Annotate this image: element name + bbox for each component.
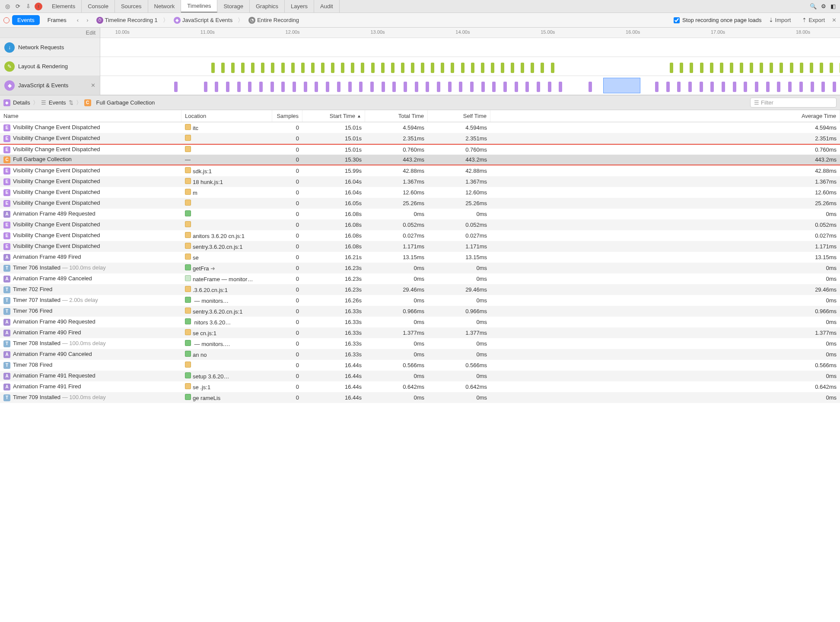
table-row[interactable]: TTimer 706 Firedsentry.3.6.20.cn.js:1016… bbox=[0, 306, 840, 317]
clock-icon: ◔ bbox=[248, 17, 255, 24]
track-js[interactable]: ◆ JavaScript & Events ✕ bbox=[0, 76, 100, 95]
tab-audit[interactable]: Audit bbox=[314, 0, 340, 13]
table-row[interactable]: EVisibility Change Event Dispatchedsdk.j… bbox=[0, 165, 840, 176]
track-close-icon[interactable]: ✕ bbox=[91, 82, 95, 89]
download-icon[interactable]: ⇩ bbox=[24, 3, 32, 10]
nav-fwd[interactable]: › bbox=[84, 17, 91, 23]
error-badge[interactable]: ! bbox=[35, 3, 42, 10]
table-row[interactable]: EVisibility Change Event Dispatchedm016.… bbox=[0, 187, 840, 198]
table-row[interactable]: EVisibility Change Event Dispatched016.0… bbox=[0, 198, 840, 209]
inspect-icon[interactable]: ◎ bbox=[3, 3, 11, 10]
col-start[interactable]: Start Time▲ bbox=[302, 110, 365, 122]
filter-icon: ☰ bbox=[754, 99, 759, 106]
crumb-events-icon: ☰ bbox=[41, 99, 46, 106]
table-row[interactable]: AAnimation Frame 489 Firedse016.21s13.15… bbox=[0, 252, 840, 263]
filter-input[interactable]: ☰ Filter bbox=[750, 98, 837, 108]
gc-badge-icon: C bbox=[84, 99, 91, 106]
network-canvas[interactable] bbox=[100, 38, 840, 57]
table-row[interactable]: AAnimation Frame 491 Requestedsetup 3.6.… bbox=[0, 371, 840, 381]
table-row[interactable]: TTimer 709 Installed — 100.0ms delayge r… bbox=[0, 392, 840, 403]
selection-rect[interactable] bbox=[603, 78, 640, 93]
settings-icon[interactable]: ⚙ bbox=[821, 3, 826, 10]
dock-icon[interactable]: ◧ bbox=[830, 3, 836, 10]
track-network[interactable]: ↓ Network Requests bbox=[0, 38, 100, 57]
table-row[interactable]: EVisibility Change Event Dispatched015.0… bbox=[0, 133, 840, 144]
detail-breadcrumb: ◆ Details 〉 ☰ Events ⇅ 〉 C Full Garbage … bbox=[0, 95, 840, 110]
table-row[interactable]: TTimer 702 Fired.3.6.20.cn.js:1016.23s29… bbox=[0, 284, 840, 295]
col-self[interactable]: Self Time bbox=[428, 110, 490, 122]
table-row[interactable]: AAnimation Frame 489 CancelednateFrame —… bbox=[0, 273, 840, 284]
col-location[interactable]: Location bbox=[181, 110, 272, 122]
frames-pill[interactable]: Frames bbox=[42, 15, 72, 25]
timeline-toolbar: Events Frames ‹ › ⏱ Timeline Recording 1… bbox=[0, 13, 840, 28]
record-button[interactable] bbox=[3, 17, 10, 23]
tab-elements[interactable]: Elements bbox=[46, 0, 82, 13]
table-row[interactable]: TTimer 707 Installed — 2.00s delay — mon… bbox=[0, 295, 840, 306]
tab-layers[interactable]: Layers bbox=[285, 0, 314, 13]
tab-console[interactable]: Console bbox=[82, 0, 115, 13]
events-table: Name Location Samples Start Time▲ Total … bbox=[0, 110, 840, 622]
table-row[interactable]: EVisibility Change Event Dispatched015.0… bbox=[0, 144, 840, 155]
crumb-events[interactable]: Events bbox=[49, 99, 66, 106]
details-icon: ◆ bbox=[3, 99, 10, 106]
import-button[interactable]: ⇣ Import bbox=[764, 17, 795, 23]
col-total[interactable]: Total Time bbox=[365, 110, 428, 122]
devtools-tabbar: ◎ ⟳ ⇩ ! Elements Console Sources Network… bbox=[0, 0, 840, 13]
table-row[interactable]: AAnimation Frame 490 Requested nitors 3.… bbox=[0, 317, 840, 327]
col-name[interactable]: Name bbox=[0, 110, 181, 122]
js-track-icon: ◆ bbox=[4, 80, 15, 91]
crumb-details[interactable]: Details bbox=[13, 99, 30, 106]
table-header: Name Location Samples Start Time▲ Total … bbox=[0, 110, 840, 122]
timeline-overview: Edit ↓ Network Requests ✎ Layout & Rende… bbox=[0, 28, 840, 95]
table-row[interactable]: EVisibility Change Event Dispatched18 hu… bbox=[0, 176, 840, 187]
table-row[interactable]: EVisibility Change Event Dispatchedanito… bbox=[0, 230, 840, 241]
export-button[interactable]: ⇡ Export bbox=[798, 17, 829, 23]
nav-back[interactable]: ‹ bbox=[74, 17, 81, 23]
table-row[interactable]: CFull Garbage Collection—015.30s443.2ms4… bbox=[0, 155, 840, 165]
tab-timelines[interactable]: Timelines bbox=[181, 0, 217, 13]
paint-icon: ✎ bbox=[4, 61, 15, 72]
table-row[interactable]: AAnimation Frame 491 Firedse .js:1016.44… bbox=[0, 381, 840, 392]
time-ruler[interactable]: 10.00s11.00s12.00s13.00s14.00s15.00s16.0… bbox=[100, 28, 840, 38]
crumb-js[interactable]: ◆ JavaScript & Events bbox=[171, 17, 235, 24]
crumb-range[interactable]: ◔ Entire Recording bbox=[246, 17, 302, 24]
network-icon: ↓ bbox=[4, 42, 15, 53]
tab-network[interactable]: Network bbox=[148, 0, 181, 13]
table-row[interactable]: TTimer 708 Installed — 100.0ms delay — m… bbox=[0, 338, 840, 349]
js-icon: ◆ bbox=[174, 17, 181, 24]
table-row[interactable]: EVisibility Change Event Dispatched016.0… bbox=[0, 219, 840, 230]
track-layout[interactable]: ✎ Layout & Rendering bbox=[0, 57, 100, 76]
tab-graphics[interactable]: Graphics bbox=[250, 0, 285, 13]
table-row[interactable]: TTimer 706 Installed — 100.0ms delaygetF… bbox=[0, 263, 840, 273]
tab-sources[interactable]: Sources bbox=[115, 0, 148, 13]
edit-button[interactable]: Edit bbox=[86, 29, 95, 36]
reload-icon[interactable]: ⟳ bbox=[14, 3, 22, 10]
table-row[interactable]: EVisibility Change Event Dispatcheditc01… bbox=[0, 122, 840, 133]
js-canvas[interactable] bbox=[100, 76, 840, 95]
table-row[interactable]: AAnimation Frame 490 Canceledan no016.33… bbox=[0, 349, 840, 360]
search-icon[interactable]: 🔍 bbox=[810, 3, 817, 10]
tab-storage[interactable]: Storage bbox=[217, 0, 250, 13]
col-samples[interactable]: Samples bbox=[272, 110, 302, 122]
events-pill[interactable]: Events bbox=[12, 15, 40, 25]
col-avg[interactable]: Average Time bbox=[490, 110, 840, 122]
table-row[interactable]: EVisibility Change Event Dispatchedsentr… bbox=[0, 241, 840, 252]
crumb-fgc[interactable]: Full Garbage Collection bbox=[96, 99, 155, 106]
table-row[interactable]: AAnimation Frame 489 Requested016.08s0ms… bbox=[0, 209, 840, 219]
crumb-recording[interactable]: ⏱ Timeline Recording 1 bbox=[94, 17, 160, 24]
stop-checkbox-input[interactable] bbox=[674, 17, 680, 23]
table-row[interactable]: TTimer 708 Fired016.44s0.566ms0.566ms0.5… bbox=[0, 360, 840, 371]
layout-canvas[interactable] bbox=[100, 57, 840, 76]
table-row[interactable]: AAnimation Frame 490 Firedse cn.js:1016.… bbox=[0, 327, 840, 338]
stop-recording-checkbox[interactable]: Stop recording once page loads bbox=[674, 17, 762, 23]
timeline-icon: ⏱ bbox=[96, 17, 103, 24]
close-panel-icon[interactable]: ✕ bbox=[832, 17, 837, 23]
